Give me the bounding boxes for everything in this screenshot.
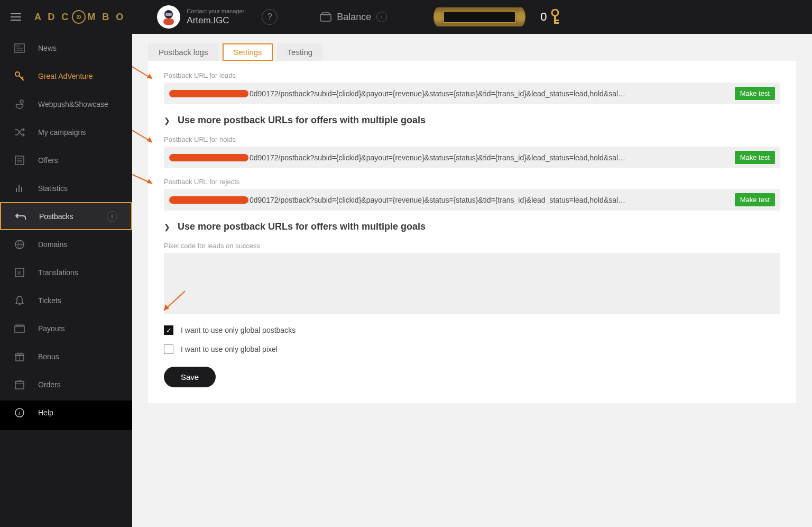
make-test-button[interactable]: Make test xyxy=(735,87,775,100)
sidebar-item-news[interactable]: News xyxy=(0,34,132,62)
sidebar-item-label: Translations xyxy=(38,268,78,277)
sidebar-item-label: Payouts xyxy=(38,324,65,333)
logo[interactable]: A D C M B O xyxy=(34,7,125,26)
balance-label: Balance xyxy=(337,12,371,23)
annotation-arrow-icon xyxy=(132,168,158,189)
main-content: Postback logs Settings Testing Postback … xyxy=(132,34,812,527)
svg-point-19 xyxy=(20,100,23,103)
svg-line-46 xyxy=(132,128,152,142)
sidebar-item-postbacks[interactable]: Postbacks i xyxy=(0,202,132,230)
sidebar-item-tickets[interactable]: Tickets xyxy=(0,286,132,314)
sidebar: News Great AdVenture Webpush&Showcase My… xyxy=(0,34,132,527)
menu-toggle-icon[interactable] xyxy=(11,13,21,21)
cash-icon xyxy=(14,323,25,334)
expander-multi-goals-2[interactable]: ❯ Use more postback URLs for offers with… xyxy=(164,221,780,232)
manager-name: Artem.IGC xyxy=(187,15,246,26)
checkbox-global-postbacks[interactable]: ✓ I want to use only global postbacks xyxy=(164,325,780,335)
sidebar-item-label: Webpush&Showcase xyxy=(38,100,108,108)
sidebar-item-label: Offers xyxy=(38,156,58,165)
svg-rect-5 xyxy=(165,13,172,16)
sidebar-item-help[interactable]: i Help xyxy=(0,398,132,426)
svg-rect-9 xyxy=(554,15,556,24)
manager-block[interactable]: Contact your manager: Artem.IGC ? xyxy=(157,5,278,29)
sidebar-item-label: Orders xyxy=(38,380,61,389)
tab-postback-logs[interactable]: Postback logs xyxy=(148,43,218,61)
checkbox-label: I want to use only global postbacks xyxy=(181,326,296,334)
tabs: Postback logs Settings Testing xyxy=(148,43,796,61)
pixel-code-textarea[interactable] xyxy=(164,253,780,314)
tab-settings[interactable]: Settings xyxy=(223,43,272,61)
expander-multi-goals-1[interactable]: ❯ Use more postback URLs for offers with… xyxy=(164,115,780,126)
svg-rect-38 xyxy=(15,381,24,389)
svg-text:i: i xyxy=(19,410,20,416)
label-url-rejects: Postback URL for rejects xyxy=(164,178,780,186)
expander-label: Use more postback URLs for offers with m… xyxy=(178,115,426,126)
logo-text-left: A D C xyxy=(34,12,70,23)
svg-marker-47 xyxy=(147,137,152,142)
svg-rect-7 xyxy=(322,13,329,15)
sidebar-item-label: Statistics xyxy=(38,184,68,193)
gear-icon xyxy=(72,10,86,24)
balance-link[interactable]: Balance i xyxy=(320,12,387,23)
manager-label: Contact your manager: xyxy=(187,7,246,15)
calendar-icon xyxy=(14,379,25,390)
svg-line-18 xyxy=(22,77,23,78)
sidebar-item-webpush[interactable]: Webpush&Showcase xyxy=(0,90,132,118)
translate-icon: अ xyxy=(14,267,25,278)
sidebar-item-label: Bonus xyxy=(38,352,59,361)
decorative-plaque xyxy=(440,7,519,26)
expander-label: Use more postback URLs for offers with m… xyxy=(178,221,426,232)
wallet-icon xyxy=(320,12,331,22)
svg-point-16 xyxy=(15,72,20,76)
sidebar-item-bonus[interactable]: Bonus xyxy=(0,342,132,370)
svg-rect-11 xyxy=(556,22,559,24)
sidebar-item-label: Postbacks xyxy=(39,212,73,221)
checkbox-icon xyxy=(164,344,173,354)
redacted-segment xyxy=(169,90,248,97)
sidebar-item-translations[interactable]: अ Translations xyxy=(0,258,132,286)
save-button[interactable]: Save xyxy=(164,367,216,387)
help-icon[interactable]: ? xyxy=(262,9,278,25)
sidebar-item-statistics[interactable]: Statistics xyxy=(0,174,132,202)
settings-panel: Postback URL for leads 0d90172/postback?… xyxy=(148,61,796,403)
info-icon: i xyxy=(14,407,25,419)
header: A D C M B O Contact your manager: Artem.… xyxy=(0,0,812,34)
svg-rect-4 xyxy=(163,19,174,25)
keys-amount: 0 xyxy=(540,10,547,24)
sidebar-item-label: Great AdVenture xyxy=(38,72,93,80)
sidebar-item-offers[interactable]: Offers xyxy=(0,146,132,174)
sidebar-item-orders[interactable]: Orders xyxy=(0,370,132,398)
sidebar-item-label: Help xyxy=(38,408,53,417)
sidebar-item-campaigns[interactable]: My campaigns xyxy=(0,118,132,146)
sidebar-item-label: Domains xyxy=(38,240,67,249)
make-test-button[interactable]: Make test xyxy=(735,193,775,206)
info-icon[interactable]: i xyxy=(107,211,117,222)
svg-line-48 xyxy=(132,170,152,184)
label-pixel-code: Pixel code for leads on success xyxy=(164,242,780,250)
url-leads-input[interactable]: 0d90172/postback?subid={clickid}&payout=… xyxy=(250,89,730,98)
url-rejects-row: 0d90172/postback?subid={clickid}&payout=… xyxy=(164,189,780,211)
annotation-arrow-icon xyxy=(132,62,158,83)
svg-marker-45 xyxy=(147,74,152,79)
redacted-segment xyxy=(169,196,248,204)
url-holds-input[interactable]: 0d90172/postback?subid={clickid}&payout=… xyxy=(250,153,730,162)
sidebar-item-payouts[interactable]: Payouts xyxy=(0,314,132,342)
keys-counter[interactable]: 0 xyxy=(540,9,559,25)
redacted-segment xyxy=(169,154,248,161)
news-icon xyxy=(14,42,25,54)
list-icon xyxy=(14,155,25,166)
sidebar-item-domains[interactable]: Domains xyxy=(0,230,132,258)
hand-icon xyxy=(14,98,25,110)
svg-point-8 xyxy=(552,10,558,16)
checkbox-icon: ✓ xyxy=(164,325,173,335)
chevron-right-icon: ❯ xyxy=(164,116,170,125)
bell-icon xyxy=(14,295,25,306)
label-url-holds: Postback URL for holds xyxy=(164,135,780,143)
logo-text-right: M B O xyxy=(87,12,125,23)
url-rejects-input[interactable]: 0d90172/postback?subid={clickid}&payout=… xyxy=(250,196,730,204)
sidebar-item-adventure[interactable]: Great AdVenture xyxy=(0,62,132,90)
tab-testing[interactable]: Testing xyxy=(277,43,324,61)
info-icon[interactable]: i xyxy=(376,12,387,22)
make-test-button[interactable]: Make test xyxy=(735,151,775,164)
checkbox-global-pixel[interactable]: I want to use only global pixel xyxy=(164,344,780,354)
